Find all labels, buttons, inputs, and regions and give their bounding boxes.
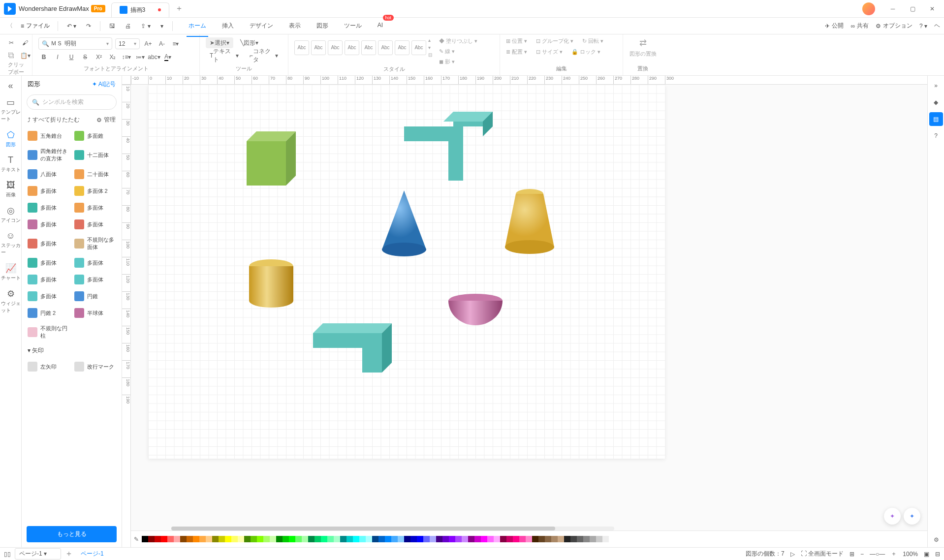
zoom-out-button[interactable]: −: [860, 551, 864, 558]
category-arrow[interactable]: ▾ 矢印: [26, 342, 118, 359]
shape-truncated-cone[interactable]: [503, 188, 557, 257]
shape-l-block-2[interactable]: [313, 323, 392, 382]
color-swatch[interactable]: [327, 536, 334, 542]
strikethrough-button[interactable]: S: [80, 52, 91, 62]
group-button[interactable]: ⊡ グループ化 ▾: [536, 37, 573, 45]
color-swatch[interactable]: [321, 536, 327, 542]
shape-item[interactable]: 左矢印: [26, 359, 71, 374]
color-swatch[interactable]: [602, 536, 609, 542]
subscript-button[interactable]: X₂: [107, 52, 118, 62]
rail-chart[interactable]: 📈チャート: [1, 260, 21, 284]
zoom-slider[interactable]: —○—: [870, 551, 885, 558]
play-button[interactable]: ▷: [790, 551, 795, 558]
superscript-button[interactable]: X²: [94, 52, 104, 62]
shape-item[interactable]: 多面体: [26, 255, 71, 271]
dropper-icon[interactable]: ✎: [134, 536, 139, 543]
shape-item[interactable]: 多面体 2: [72, 183, 118, 199]
shape-item[interactable]: 八面体: [26, 166, 71, 182]
shape-item[interactable]: 多面体: [26, 288, 71, 304]
rail-icons[interactable]: ◎アイコン: [1, 202, 21, 227]
color-swatch[interactable]: [283, 536, 289, 542]
nav-back-button[interactable]: 〈: [4, 20, 16, 32]
shape-replace-icon[interactable]: ⇄: [639, 37, 647, 48]
color-swatch[interactable]: [596, 536, 602, 542]
symbol-search-input[interactable]: 🔍 シンボルを検索: [27, 94, 117, 110]
style-preset-5[interactable]: Abc: [361, 40, 376, 55]
shape-hemisphere[interactable]: [446, 294, 505, 328]
shape-cone[interactable]: [379, 190, 429, 259]
underline-button[interactable]: U: [66, 52, 77, 62]
file-menu[interactable]: ≡ ファイル: [18, 20, 53, 32]
color-swatch[interactable]: [180, 536, 187, 542]
color-swatch[interactable]: [513, 536, 519, 542]
color-swatch[interactable]: [263, 536, 270, 542]
color-swatch[interactable]: [353, 536, 359, 542]
color-swatch[interactable]: [148, 536, 155, 542]
shape-item[interactable]: 十二面体: [72, 145, 118, 165]
save-button[interactable]: 🖫: [105, 21, 119, 31]
color-swatch[interactable]: [372, 536, 378, 542]
rail-text[interactable]: Tテキスト: [1, 152, 21, 176]
shape-item[interactable]: 不規則な円柱: [26, 322, 71, 342]
style-preset-8[interactable]: Abc: [411, 40, 426, 55]
publish-button[interactable]: ✈公開: [825, 22, 844, 30]
color-swatch[interactable]: [308, 536, 315, 542]
page-tab[interactable]: ページ-1: [77, 550, 108, 558]
copy-button[interactable]: ⿻: [6, 50, 17, 61]
fit-page-button[interactable]: ▣: [924, 551, 929, 558]
color-swatch[interactable]: [538, 536, 545, 542]
cut-button[interactable]: ✂: [6, 37, 17, 48]
properties-button[interactable]: ▤: [929, 112, 943, 126]
color-swatch[interactable]: [295, 536, 302, 542]
color-swatch[interactable]: [334, 536, 340, 542]
color-swatch[interactable]: [238, 536, 244, 542]
user-avatar[interactable]: [862, 2, 875, 15]
color-swatch[interactable]: [270, 536, 276, 542]
color-swatch[interactable]: [570, 536, 577, 542]
help-button[interactable]: ?: [929, 129, 943, 143]
bullet-list-button[interactable]: ≔▾: [135, 52, 146, 62]
style-expand[interactable]: ⊟: [428, 52, 432, 58]
shape-item[interactable]: 改行マーク: [72, 359, 118, 374]
tab-home[interactable]: ホーム: [187, 19, 208, 33]
color-swatch[interactable]: [558, 536, 564, 542]
collapse-rail-button[interactable]: «: [1, 79, 21, 93]
font-increase-button[interactable]: A+: [143, 38, 154, 49]
color-swatch[interactable]: [487, 536, 494, 542]
shadow-button[interactable]: ◼ 影 ▾: [439, 58, 477, 65]
style-preset-2[interactable]: Abc: [311, 40, 326, 55]
style-preset-1[interactable]: Abc: [294, 40, 309, 55]
color-swatch[interactable]: [251, 536, 257, 542]
color-swatch[interactable]: [500, 536, 506, 542]
color-swatch[interactable]: [244, 536, 251, 542]
color-swatch[interactable]: [206, 536, 212, 542]
font-size-select[interactable]: 12▾: [115, 38, 140, 49]
tab-insert[interactable]: 挿入: [220, 19, 236, 33]
shape-item[interactable]: 不規則な多面体: [72, 233, 118, 254]
color-swatch[interactable]: [174, 536, 180, 542]
color-swatch[interactable]: [449, 536, 455, 542]
shape-tool-button[interactable]: ╲ 図形 ▾: [236, 37, 262, 48]
settings-gear-button[interactable]: ⚙: [934, 536, 939, 543]
color-swatch[interactable]: [187, 536, 193, 542]
position-button[interactable]: ⊞ 位置 ▾: [506, 37, 527, 45]
redo-button[interactable]: ↷: [82, 21, 95, 31]
tab-design[interactable]: デザイン: [248, 19, 275, 33]
align-button[interactable]: ≡▾: [170, 38, 181, 49]
layout-toggle-button[interactable]: ▯▯: [4, 551, 11, 558]
more-button[interactable]: ▾: [157, 21, 167, 31]
rail-shapes[interactable]: ⬠図形: [1, 126, 21, 151]
color-swatch[interactable]: [551, 536, 558, 542]
color-swatch[interactable]: [410, 536, 417, 542]
fold-all-button[interactable]: ⤴すべて折りたたむ: [28, 116, 80, 124]
shape-item[interactable]: 円錐 2: [26, 305, 71, 321]
shape-item[interactable]: 五角錐台: [26, 128, 71, 144]
shape-item[interactable]: 多面体: [72, 255, 118, 271]
horizontal-scrollbar[interactable]: [171, 527, 614, 530]
shape-item[interactable]: 多面体: [26, 272, 71, 287]
minimize-button[interactable]: ─: [885, 2, 901, 16]
shape-cylinder[interactable]: [247, 259, 296, 309]
style-preset-4[interactable]: Abc: [345, 40, 359, 55]
tab-ai[interactable]: AI hot: [376, 19, 385, 33]
color-swatch[interactable]: [193, 536, 199, 542]
